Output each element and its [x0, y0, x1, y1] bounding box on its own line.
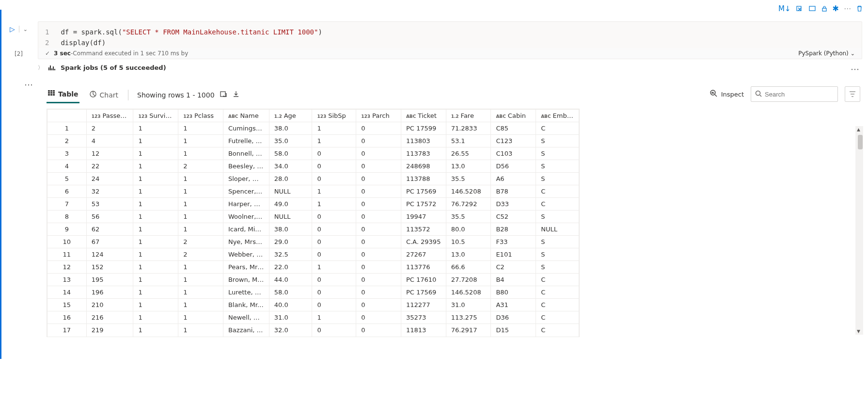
data-cell: 49.0 — [269, 198, 312, 211]
data-cell: 0 — [312, 223, 356, 236]
scroll-thumb[interactable] — [858, 135, 863, 149]
scroll-down-icon[interactable]: ▼ — [857, 329, 860, 334]
spark-jobs-more-icon[interactable]: ⋯ — [851, 64, 860, 74]
row-index-cell: 16 — [47, 311, 87, 324]
data-cell: Pears, Mrs. ... — [223, 261, 269, 274]
data-cell: 66.6 — [446, 261, 491, 274]
table-row[interactable]: 2411Futrelle, Mrs...35.01011380353.1C123… — [47, 135, 579, 147]
column-header[interactable]: ABCTicket — [401, 110, 446, 122]
filter-button[interactable] — [845, 86, 860, 102]
run-cell-icon[interactable]: ▷ — [10, 25, 15, 33]
delete-icon[interactable] — [856, 5, 863, 12]
table-row[interactable]: 1215211Pears, Mrs. ...22.01011377666.6C2… — [47, 261, 579, 274]
data-cell: C — [536, 274, 579, 286]
data-cell: 1 — [133, 135, 178, 147]
table-row[interactable]: 75311Harper, Mrs....49.010PC 1757276.729… — [47, 198, 579, 211]
table-row[interactable]: 1621611Newell, Mis...31.01035273113.275D… — [47, 311, 579, 324]
data-cell: 0 — [356, 324, 401, 337]
row-index-cell: 12 — [47, 261, 87, 274]
tab-table[interactable]: Table — [47, 86, 79, 103]
table-row[interactable]: 31211Bonnell, Mis...58.00011378326.55C10… — [47, 147, 579, 160]
data-cell: D36 — [491, 311, 536, 324]
column-header[interactable]: 1.2Fare — [446, 110, 491, 122]
freeze-icon[interactable]: ✱ — [833, 4, 839, 13]
spark-jobs-expander[interactable]: 〉 Spark jobs (5 of 5 succeeded) — [38, 64, 166, 71]
table-row[interactable]: 42212Beesley, Mr....34.00024869813.0D56S — [47, 160, 579, 173]
data-cell: C.A. 29395 — [401, 236, 446, 248]
data-cell: C — [536, 324, 579, 337]
data-table: 123Passenger...123Survived123PclassABCNa… — [47, 109, 580, 337]
table-row[interactable]: 1319511Brown, Mrs. ...44.000PC 1761027.7… — [47, 274, 579, 286]
table-row[interactable]: 63211Spencer, Mr...NULL10PC 17569146.520… — [47, 185, 579, 198]
table-row[interactable]: 1721911Bazzani, Mis...32.0001181376.2917… — [47, 324, 579, 337]
column-header[interactable]: ABCEmbarked — [536, 110, 579, 122]
data-cell: 80.0 — [446, 223, 491, 236]
row-number-header[interactable] — [47, 110, 87, 122]
data-cell: S — [536, 248, 579, 261]
data-cell: C52 — [491, 211, 536, 223]
data-cell: 1 — [133, 185, 178, 198]
clear-output-icon[interactable] — [796, 5, 804, 13]
inspect-button[interactable]: Inspect — [710, 89, 744, 99]
chevron-down-icon: ⌄ — [851, 50, 855, 57]
column-header[interactable]: 1.2Age — [269, 110, 312, 122]
markdown-icon[interactable]: M↓ — [778, 4, 791, 13]
vertical-scrollbar[interactable]: ▲ ▼ — [855, 126, 863, 335]
output-search-box[interactable] — [751, 86, 838, 102]
tab-chart[interactable]: Chart — [88, 87, 119, 103]
table-row[interactable]: 1112412Webber, Mi...32.5002726713.0E101S — [47, 248, 579, 261]
column-header[interactable]: 123Survived — [133, 110, 178, 122]
download-icon[interactable] — [232, 90, 240, 99]
output-more-icon[interactable]: ⋯ — [24, 80, 34, 90]
data-cell: 113776 — [401, 261, 446, 274]
more-icon[interactable]: ⋯ — [844, 4, 851, 13]
lock-icon[interactable] — [821, 5, 828, 12]
data-cell: B80 — [491, 286, 536, 299]
row-index-cell: 2 — [47, 135, 87, 147]
table-row[interactable]: 1211Cumings, M...38.010PC 1759971.2833C8… — [47, 122, 579, 135]
execution-status-bar: ✓ 3 sec -Command executed in 1 sec 710 m… — [38, 48, 862, 59]
data-cell: 24 — [86, 173, 133, 185]
search-input[interactable] — [765, 91, 834, 98]
table-row[interactable]: 1521011Blank, Mr. H...40.00011227731.0A3… — [47, 299, 579, 311]
language-selector[interactable]: PySpark (Python)⌄ — [798, 50, 855, 57]
new-dataset-icon[interactable] — [220, 90, 227, 99]
data-cell: E101 — [491, 248, 536, 261]
data-cell: 248698 — [401, 160, 446, 173]
data-cell: Bazzani, Mis... — [223, 324, 269, 337]
data-cell: C — [536, 198, 579, 211]
column-header[interactable]: 123Passenger... — [86, 110, 133, 122]
data-cell: 4 — [86, 135, 133, 147]
table-row[interactable]: 85611Woolner, M...NULL001994735.5C52S — [47, 211, 579, 223]
data-cell: A6 — [491, 173, 536, 185]
data-cell: 0 — [312, 286, 356, 299]
column-header[interactable]: ABCCabin — [491, 110, 536, 122]
column-header[interactable]: 123Parch — [356, 110, 401, 122]
data-cell: Blank, Mr. H... — [223, 299, 269, 311]
toggle-output-icon[interactable] — [808, 5, 816, 13]
data-cell: 19947 — [401, 211, 446, 223]
data-cell: 11813 — [401, 324, 446, 337]
data-cell: C — [536, 299, 579, 311]
scroll-up-icon[interactable]: ▲ — [857, 127, 860, 132]
column-header[interactable]: 123SibSp — [312, 110, 356, 122]
column-header[interactable]: 123Pclass — [178, 110, 223, 122]
table-row[interactable]: 106712Nye, Mrs. (E...29.000C.A. 2939510.… — [47, 236, 579, 248]
svg-rect-2 — [822, 8, 826, 11]
table-row[interactable]: 1419611Lurette, Mis...58.000PC 17569146.… — [47, 286, 579, 299]
search-icon — [755, 90, 762, 98]
data-cell: 216 — [86, 311, 133, 324]
data-cell: D56 — [491, 160, 536, 173]
data-cell: 27.7208 — [446, 274, 491, 286]
column-header[interactable]: ABCName — [223, 110, 269, 122]
data-cell: 0 — [356, 160, 401, 173]
code-gutter: 12 — [45, 27, 61, 48]
run-options-icon[interactable]: ⌄ — [23, 26, 28, 32]
data-cell: 1 — [178, 122, 223, 135]
table-row[interactable]: 52411Sloper, Mr. ...28.00011378835.5A6S — [47, 173, 579, 185]
data-cell: 22 — [86, 160, 133, 173]
data-cell: 35.5 — [446, 211, 491, 223]
data-cell: 1 — [133, 274, 178, 286]
table-row[interactable]: 96211Icard, Miss. ...38.00011357280.0B28… — [47, 223, 579, 236]
data-cell: 1 — [133, 211, 178, 223]
